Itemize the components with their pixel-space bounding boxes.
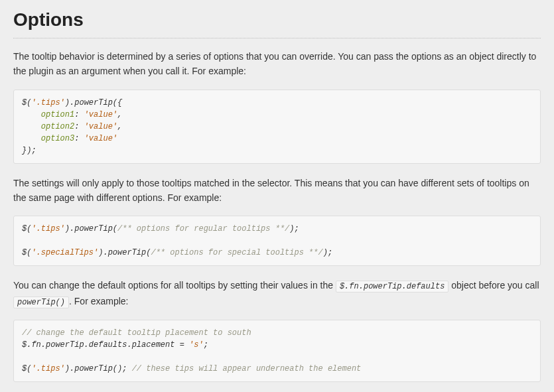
section-heading: Options: [13, 5, 541, 35]
paragraph-2: The settings will only apply to those to…: [13, 176, 541, 206]
intro-paragraph: The tooltip behavior is determined by a …: [13, 49, 541, 79]
code-block-3: // change the default tooltip placement …: [13, 320, 541, 382]
divider: [13, 38, 541, 38]
code-block-2: $('.tips').powerTip(/** options for regu…: [13, 216, 541, 266]
paragraph-3: You can change the default options for a…: [13, 278, 541, 308]
inline-code-defaults: $.fn.powerTip.defaults: [336, 281, 449, 293]
inline-code-powertip: powerTip(): [13, 296, 69, 308]
code-block-1: $('.tips').powerTip({ option1: 'value', …: [13, 90, 541, 164]
